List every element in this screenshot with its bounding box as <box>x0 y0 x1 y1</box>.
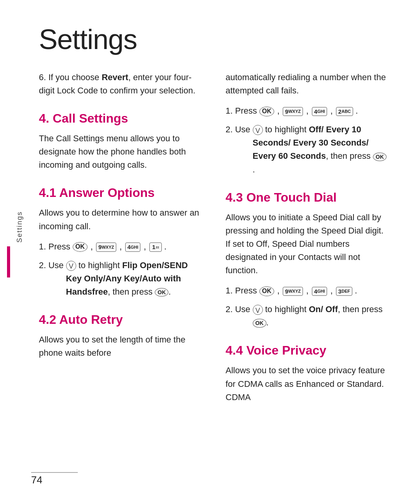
step-41-1-keys: OK , 9WXYZ , 4GHI , 1⚏ . <box>73 240 202 253</box>
intro-step6: 6. If you choose Revert, enter your four… <box>39 71 202 97</box>
key-ok-41: OK <box>155 288 168 297</box>
key-9-42: 9WXYZ <box>283 107 303 116</box>
key-ok-43b: OK <box>253 319 266 327</box>
key-3-43: 3DEF <box>336 287 352 296</box>
right-column: automatically redialing a number when th… <box>226 71 389 458</box>
step-41-2: 2. Use ⋁ to highlight Flip Open/SEND Key… <box>39 259 202 299</box>
step-43-2-num: 2. Use <box>226 303 250 316</box>
step-42-1-keys: OK , 9WXYZ , 4GHI , 2ABC . <box>259 104 389 118</box>
step-43-2-content: ⋁ to highlight On/ Off, then press OK. <box>253 303 389 329</box>
sidebar-label: Settings <box>16 211 24 242</box>
key-4-42: 4GHI <box>312 107 327 116</box>
step-41-2-content: ⋁ to highlight Flip Open/SEND Key Only/A… <box>66 259 202 299</box>
42-description: Allows you to set the length of time the… <box>39 333 202 360</box>
41-description: Allows you to determine how to answer an… <box>39 206 202 233</box>
step-41-1-num: 1. Press <box>39 240 70 253</box>
43-description: Allows you to initiate a Speed Dial call… <box>226 211 389 277</box>
heading-42: 4.2 Auto Retry <box>39 313 202 327</box>
step-43-1-keys: OK , 9WXYZ , 4GHI , 3DEF . <box>259 284 389 297</box>
key-ok-42b: OK <box>373 153 387 161</box>
step-43-2: 2. Use ⋁ to highlight On/ Off, then pres… <box>226 303 389 329</box>
44-description: Allows you to set the voice privacy feat… <box>226 364 389 404</box>
heading-44: 4.4 Voice Privacy <box>226 343 389 358</box>
step-42-2-content: ⋁ to highlight Off/ Every 10 Seconds/ Ev… <box>253 123 389 176</box>
key-2-42: 2ABC <box>336 107 353 116</box>
step-43-1-num: 1. Press <box>226 284 257 297</box>
page-title: Settings <box>39 23 389 55</box>
key-4-43: 4GHI <box>312 287 327 296</box>
key-1: 1⚏ <box>149 242 162 252</box>
key-ok-42: OK <box>259 107 274 116</box>
call-settings-description: The Call Settings menu allows you to des… <box>39 132 202 172</box>
nav-icon-42: ⋁ <box>253 125 263 135</box>
page-number: 74 <box>31 474 42 486</box>
key-9-43: 9WXYZ <box>283 287 303 296</box>
step-42-1: 1. Press OK , 9WXYZ , 4GHI , 2ABC . <box>226 104 389 118</box>
key-9: 9WXYZ <box>96 242 116 252</box>
step-42-2-num: 2. Use <box>226 123 250 136</box>
step-41-2-num: 2. Use <box>39 259 64 272</box>
step-42-1-num: 1. Press <box>226 104 257 118</box>
heading-41: 4.1 Answer Options <box>39 186 202 200</box>
auto-retry-continued: automatically redialing a number when th… <box>226 71 389 97</box>
key-ok-43: OK <box>259 286 274 296</box>
left-column: 6. If you choose Revert, enter your four… <box>39 71 202 458</box>
page-container: Settings Settings 6. If you choose Rever… <box>0 0 420 504</box>
nav-icon-41: ⋁ <box>66 261 76 271</box>
key-ok: OK <box>73 242 88 252</box>
heading-43: 4.3 One Touch Dial <box>226 190 389 205</box>
bottom-divider <box>31 472 78 473</box>
content-columns: 6. If you choose Revert, enter your four… <box>39 71 389 458</box>
nav-icon-43: ⋁ <box>253 305 263 315</box>
key-4: 4GHI <box>125 242 141 252</box>
step-41-1: 1. Press OK , 9WXYZ , 4GHI , 1⚏ . <box>39 240 202 253</box>
heading-call-settings: 4. Call Settings <box>39 111 202 126</box>
sidebar-bar <box>7 246 10 277</box>
step-43-1: 1. Press OK , 9WXYZ , 4GHI , 3DEF . <box>226 284 389 297</box>
step-42-2: 2. Use ⋁ to highlight Off/ Every 10 Seco… <box>226 123 389 176</box>
